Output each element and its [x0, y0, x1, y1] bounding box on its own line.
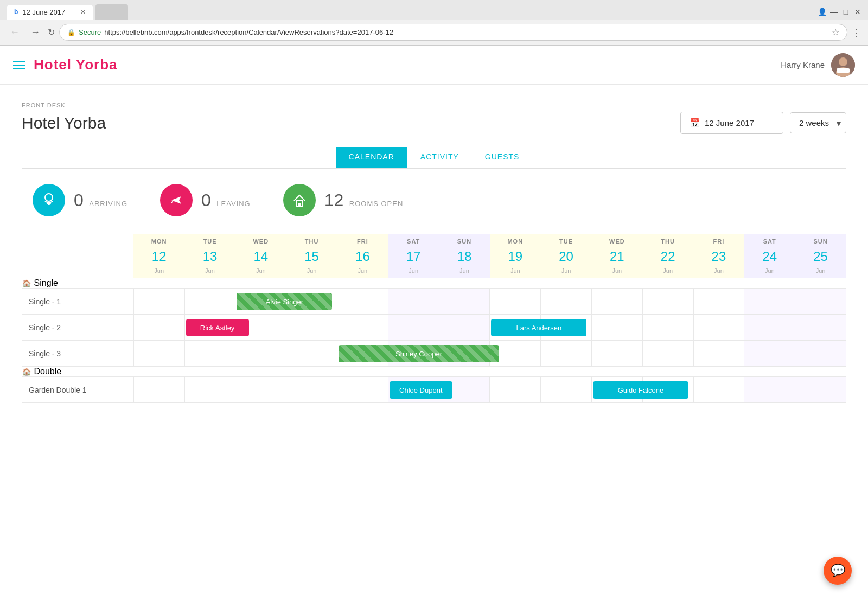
reservation-bar[interactable]: Chloe Dupont	[390, 381, 452, 399]
calendar-cell[interactable]	[439, 315, 490, 341]
calendar-cell[interactable]	[744, 315, 795, 341]
calendar-cell[interactable]	[133, 289, 184, 315]
calendar-cell[interactable]: Chloe Dupont	[388, 377, 439, 403]
calendar-cell[interactable]	[337, 315, 388, 341]
calendar-cell[interactable]	[286, 377, 337, 403]
cal-header-dow: MON	[133, 234, 184, 247]
calendar-cell[interactable]	[795, 289, 846, 315]
hamburger-menu-button[interactable]	[13, 61, 25, 69]
minimize-button[interactable]: —	[830, 8, 838, 16]
calendar-cell[interactable]: Guido Falcone	[591, 377, 642, 403]
maximize-button[interactable]: □	[842, 8, 850, 16]
reservation-bar[interactable]: Guido Falcone	[593, 381, 688, 399]
calendar-cell[interactable]	[541, 289, 592, 315]
cal-date: 21	[591, 247, 642, 266]
calendar-cell[interactable]	[133, 377, 184, 403]
airplane-icon	[168, 192, 184, 208]
section-icon: 🏠	[22, 279, 31, 287]
room-name: Single - 3	[22, 341, 134, 367]
forward-button[interactable]: →	[27, 25, 43, 39]
calendar-cell[interactable]	[795, 377, 846, 403]
tab-calendar[interactable]: CALENDAR	[336, 147, 407, 168]
calendar-cell[interactable]	[693, 341, 744, 367]
cal-date: 20	[541, 247, 592, 266]
tab-close-button[interactable]: ✕	[80, 8, 86, 16]
calendar-cell[interactable]	[286, 315, 337, 341]
calendar-cell[interactable]	[490, 289, 541, 315]
calendar-cell[interactable]	[184, 289, 235, 315]
cal-month: Jun	[133, 266, 184, 278]
address-bar[interactable]: 🔒 Secure https://bellebnb.com/apps/front…	[59, 24, 847, 41]
calendar-cell[interactable]: Rick Astley	[184, 315, 235, 341]
url-text: https://bellebnb.com/apps/frontdesk/rece…	[104, 28, 393, 36]
tabs-bar: CALENDAR ACTIVITY GUESTS	[22, 147, 846, 169]
cal-header-dow: MON	[490, 234, 541, 247]
calendar-cell[interactable]	[693, 289, 744, 315]
calendar-cell[interactable]	[693, 315, 744, 341]
calendar-cell[interactable]	[439, 289, 490, 315]
date-picker-button[interactable]: 📅 12 June 2017	[680, 112, 783, 134]
calendar-cell[interactable]: Lars Andersen	[490, 315, 541, 341]
calendar-cell[interactable]	[642, 315, 693, 341]
calendar-cell[interactable]	[235, 341, 286, 367]
calendar-cell[interactable]	[133, 341, 184, 367]
svg-point-4	[45, 194, 53, 201]
tab-guests[interactable]: GUESTS	[472, 147, 533, 168]
cal-month: Jun	[490, 266, 541, 278]
calendar-cell[interactable]	[184, 377, 235, 403]
back-button[interactable]: ←	[7, 25, 23, 39]
cal-header-dow: FRI	[693, 234, 744, 247]
bookmark-icon[interactable]: ☆	[832, 27, 839, 37]
leaving-icon	[160, 184, 193, 216]
cal-date: 25	[795, 247, 846, 266]
calendar-cell[interactable]	[490, 377, 541, 403]
reservation-bar[interactable]: Alvie Singer	[237, 293, 332, 310]
tab-favicon: b	[14, 8, 18, 16]
calendar-cell[interactable]	[235, 377, 286, 403]
calendar-cell[interactable]	[744, 377, 795, 403]
cal-header-dow: SUN	[439, 234, 490, 247]
reservation-bar[interactable]: Rick Astley	[186, 319, 249, 336]
calendar-cell[interactable]	[184, 341, 235, 367]
reservation-bar[interactable]: Shirley Cooper	[339, 345, 499, 362]
calendar-cell[interactable]: Shirley Cooper	[337, 341, 388, 367]
browser-menu-icon[interactable]: ⋮	[852, 27, 861, 39]
tab-activity[interactable]: ACTIVITY	[407, 147, 472, 168]
calendar-cell[interactable]	[337, 289, 388, 315]
calendar-cell[interactable]	[642, 341, 693, 367]
calendar-cell[interactable]	[591, 315, 642, 341]
cal-header-dow: SAT	[744, 234, 795, 247]
calendar-cell[interactable]: Alvie Singer	[235, 289, 286, 315]
calendar-cell[interactable]	[388, 289, 439, 315]
page-title: Hotel Yorba	[22, 114, 106, 132]
cal-month: Jun	[184, 266, 235, 278]
rooms-open-label: ROOMS OPEN	[349, 200, 404, 208]
weeks-select[interactable]: 2 weeks 1 week 3 weeks	[790, 112, 846, 133]
arriving-stat: 0 ARRIVING	[33, 184, 127, 216]
calendar-cell[interactable]	[133, 315, 184, 341]
browser-tab[interactable]: b 12 June 2017 ✕	[7, 5, 93, 20]
calendar-cell[interactable]	[795, 315, 846, 341]
close-button[interactable]: ✕	[854, 8, 861, 16]
calendar-cell[interactable]	[541, 341, 592, 367]
cal-header-dow: FRI	[337, 234, 388, 247]
calendar-cell[interactable]	[388, 315, 439, 341]
cal-header-dow: TUE	[541, 234, 592, 247]
calendar-cell[interactable]	[795, 341, 846, 367]
calendar-cell[interactable]	[744, 341, 795, 367]
calendar-cell[interactable]	[591, 341, 642, 367]
tab-spacer	[95, 4, 128, 20]
calendar-cell[interactable]	[744, 289, 795, 315]
reservation-bar[interactable]: Lars Andersen	[491, 319, 586, 336]
calendar-cell[interactable]	[286, 341, 337, 367]
calendar-cell[interactable]	[693, 377, 744, 403]
calendar-cell[interactable]	[591, 289, 642, 315]
leaving-stat: 0 LEAVING	[160, 184, 251, 216]
reload-button[interactable]: ↻	[48, 27, 55, 37]
cal-month: Jun	[235, 266, 286, 278]
calendar-cell[interactable]	[642, 289, 693, 315]
calendar-cell[interactable]	[541, 377, 592, 403]
bell-icon	[41, 192, 57, 208]
stats-row: 0 ARRIVING 0 LEAVING	[22, 184, 846, 216]
calendar-cell[interactable]	[337, 377, 388, 403]
